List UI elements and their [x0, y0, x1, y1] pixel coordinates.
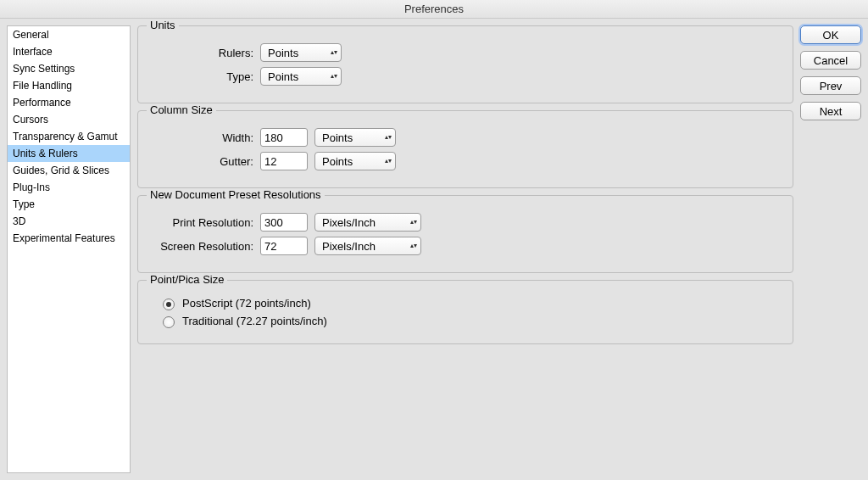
print-resolution-label: Print Resolution: — [152, 216, 253, 229]
updown-icon: ▴▾ — [385, 159, 392, 164]
print-resolution-unit-value: Pixels/Inch — [322, 216, 376, 229]
sidebar-item-3d[interactable]: 3D — [8, 213, 130, 230]
screen-resolution-unit-value: Pixels/Inch — [322, 240, 376, 253]
type-label: Type: — [152, 70, 253, 83]
updown-icon: ▴▾ — [410, 220, 417, 225]
rulers-label: Rulers: — [152, 47, 253, 59]
buttons: OK Cancel Prev Next — [800, 25, 861, 473]
prev-button[interactable]: Prev — [800, 76, 861, 95]
sidebar: GeneralInterfaceSync SettingsFile Handli… — [7, 25, 131, 473]
next-button[interactable]: Next — [800, 102, 861, 120]
group-units-title: Units — [147, 19, 179, 31]
sidebar-item-type[interactable]: Type — [8, 196, 130, 213]
preferences-window: Preferences GeneralInterfaceSync Setting… — [0, 0, 868, 480]
cancel-button[interactable]: Cancel — [800, 51, 861, 70]
ok-button[interactable]: OK — [800, 25, 861, 44]
group-column: Column Size Width: Points ▴▾ Gutter: — [137, 110, 793, 188]
sidebar-item-units-rulers[interactable]: Units & Rulers — [8, 145, 130, 162]
sidebar-item-transparency-gamut[interactable]: Transparency & Gamut — [8, 128, 130, 145]
window-title: Preferences — [404, 3, 464, 15]
titlebar: Preferences — [0, 0, 868, 19]
type-select[interactable]: Points ▴▾ — [260, 67, 342, 86]
rulers-select-value: Points — [268, 47, 298, 59]
updown-icon: ▴▾ — [331, 74, 337, 79]
sidebar-item-cursors[interactable]: Cursors — [8, 111, 130, 128]
updown-icon: ▴▾ — [331, 50, 337, 55]
group-pointpica-title: Point/Pica Size — [147, 273, 227, 286]
type-select-value: Points — [268, 70, 298, 83]
group-resolutions-title: New Document Preset Resolutions — [147, 188, 325, 201]
sidebar-item-interface[interactable]: Interface — [8, 43, 130, 60]
group-pointpica: Point/Pica Size PostScript (72 points/in… — [137, 280, 793, 344]
sidebar-item-file-handling[interactable]: File Handling — [8, 77, 130, 94]
sidebar-item-guides-grid-slices[interactable]: Guides, Grid & Slices — [8, 162, 130, 179]
traditional-label[interactable]: Traditional (72.27 points/inch) — [182, 315, 327, 327]
print-resolution-input[interactable] — [260, 213, 308, 232]
screen-resolution-input[interactable] — [260, 237, 308, 255]
sidebar-item-plug-ins[interactable]: Plug-Ins — [8, 179, 130, 196]
content: GeneralInterfaceSync SettingsFile Handli… — [0, 19, 868, 480]
sidebar-item-sync-settings[interactable]: Sync Settings — [8, 60, 130, 77]
rulers-select[interactable]: Points ▴▾ — [260, 43, 342, 62]
updown-icon: ▴▾ — [410, 243, 417, 248]
sidebar-item-performance[interactable]: Performance — [8, 94, 130, 111]
main: Units Rulers: Points ▴▾ Type: Points ▴▾ — [137, 25, 861, 473]
print-resolution-unit-select[interactable]: Pixels/Inch ▴▾ — [314, 213, 421, 232]
updown-icon: ▴▾ — [385, 135, 392, 140]
width-label: Width: — [152, 131, 253, 144]
width-unit-value: Points — [322, 131, 353, 144]
group-resolutions: New Document Preset Resolutions Print Re… — [137, 195, 793, 273]
screen-resolution-label: Screen Resolution: — [152, 240, 253, 253]
gutter-unit-value: Points — [322, 155, 353, 168]
gutter-input[interactable] — [260, 152, 308, 170]
gutter-unit-select[interactable]: Points ▴▾ — [314, 152, 396, 170]
sidebar-item-experimental-features[interactable]: Experimental Features — [8, 230, 130, 247]
panels: Units Rulers: Points ▴▾ Type: Points ▴▾ — [137, 25, 793, 473]
sidebar-item-general[interactable]: General — [8, 26, 130, 43]
postscript-label[interactable]: PostScript (72 points/inch) — [182, 297, 311, 310]
screen-resolution-unit-select[interactable]: Pixels/Inch ▴▾ — [314, 237, 421, 255]
group-units: Units Rulers: Points ▴▾ Type: Points ▴▾ — [137, 25, 793, 103]
traditional-radio[interactable] — [163, 316, 175, 328]
group-column-title: Column Size — [147, 103, 216, 116]
width-input[interactable] — [260, 128, 308, 147]
postscript-radio[interactable] — [163, 299, 175, 310]
width-unit-select[interactable]: Points ▴▾ — [314, 128, 396, 147]
gutter-label: Gutter: — [152, 155, 253, 168]
